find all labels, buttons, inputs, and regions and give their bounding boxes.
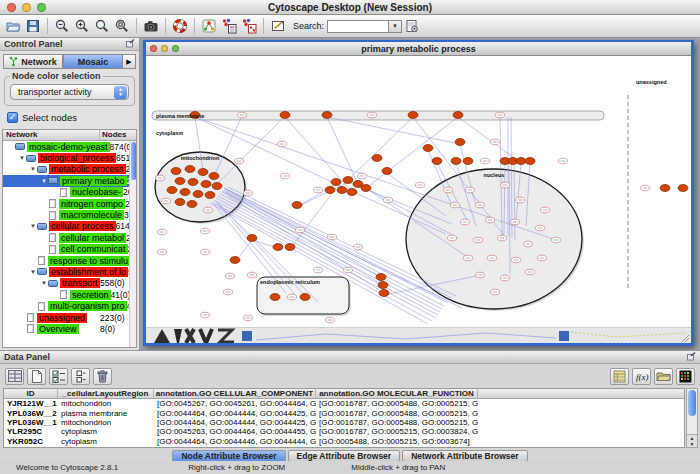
- unselect-attributes-icon[interactable]: [71, 368, 90, 385]
- search-box: ▼: [327, 20, 402, 33]
- zoom-out-icon[interactable]: [52, 17, 72, 36]
- import-attributes-folder-icon[interactable]: [654, 368, 673, 385]
- tree-row-label: mosaic-demo-yeast: [27, 142, 110, 152]
- network-tree: Network Nodes mosaic-demo-yeast874(0)▼bi…: [2, 129, 137, 348]
- tree-row[interactable]: cell communicat22(0): [3, 244, 136, 255]
- search-settings-icon[interactable]: [402, 17, 422, 36]
- help-lifering-icon[interactable]: [170, 17, 190, 36]
- table-scrollbar-arrows[interactable]: ▲▼: [687, 434, 697, 447]
- attribute-editor-icon[interactable]: [610, 368, 629, 385]
- toolbar-separator: [194, 18, 195, 34]
- select-attributes-icon[interactable]: [49, 368, 68, 385]
- svg-text:endoplasmic reticulum: endoplasmic reticulum: [260, 279, 320, 285]
- tree-row[interactable]: secretion41(0): [3, 289, 136, 300]
- table-row[interactable]: YJR121W__1mitochondrion[GO:0045267, GO:0…: [4, 399, 684, 408]
- tree-row[interactable]: ▼transport558(0): [3, 278, 136, 289]
- table-row[interactable]: YPL036W__2plasma membrane[GO:0044464, GO…: [4, 408, 684, 417]
- network-view-titlebar[interactable]: primary metabolic process: [146, 42, 691, 56]
- tab-mosaic-label: Mosaic: [78, 57, 109, 67]
- tree-row[interactable]: Overview8(0): [3, 323, 136, 334]
- tab-network-label: Network: [21, 57, 57, 67]
- tab-mosaic[interactable]: Mosaic: [63, 54, 123, 69]
- control-panel-title: Control Panel: [4, 39, 63, 49]
- zoom-in-icon[interactable]: [72, 17, 92, 36]
- delete-attribute-trash-icon[interactable]: [93, 368, 112, 385]
- open-file-icon[interactable]: [3, 17, 23, 36]
- search-dropdown-arrow[interactable]: ▼: [389, 20, 402, 33]
- annotation-export-icon[interactable]: [239, 17, 259, 36]
- tree-row[interactable]: response to stimulu264(0): [3, 255, 136, 266]
- background-window-strip: [146, 327, 691, 343]
- table-scrollbar[interactable]: ▲▼: [686, 388, 698, 448]
- svg-text:plasma membrane: plasma membrane: [156, 113, 204, 119]
- node-color-dropdown[interactable]: transporter activity ▲▼: [10, 84, 129, 100]
- tree-twisty-icon[interactable]: ▼: [29, 223, 37, 229]
- tree-twisty-icon[interactable]: ▼: [40, 178, 48, 184]
- tree-row[interactable]: multi-organism pro42(0): [3, 300, 136, 311]
- tab-network[interactable]: Network: [3, 54, 63, 69]
- float-panel-icon[interactable]: [126, 39, 135, 50]
- tree-row[interactable]: nucleobase-209(0): [3, 187, 136, 198]
- tree-column-nodes[interactable]: Nodes: [100, 130, 136, 140]
- tree-row[interactable]: ▼metabolic process280(0): [3, 164, 136, 175]
- zoom-fit-icon[interactable]: [112, 17, 132, 36]
- tree-row[interactable]: mosaic-demo-yeast874(0): [3, 141, 136, 152]
- save-session-icon[interactable]: [23, 17, 43, 36]
- tree-row-label: Overview: [37, 324, 79, 334]
- float-panel-icon[interactable]: [687, 352, 696, 363]
- column-go-cellular-component[interactable]: annotation.GO CELLULAR_COMPONENT: [154, 389, 316, 398]
- tree-scrollbar-thumb[interactable]: [131, 142, 136, 180]
- table-row[interactable]: YKR052Ccytoplasm[GO:0044464, GO:0044446,…: [4, 437, 684, 446]
- table-cell: YPL036W__1: [4, 418, 58, 427]
- annotation-import-icon[interactable]: [219, 17, 239, 36]
- tree-row[interactable]: ▼cellular process614(0): [3, 221, 136, 232]
- tree-row[interactable]: unassigned223(0): [3, 312, 136, 323]
- tree-row-label: unassigned: [37, 313, 87, 323]
- tree-row[interactable]: ▼biological_process651(0): [3, 152, 136, 163]
- select-nodes-checkbox[interactable]: ✓: [7, 112, 18, 123]
- attribute-grid-icon[interactable]: [5, 368, 24, 385]
- tree-row[interactable]: ▼establishment of lo558(0): [3, 266, 136, 277]
- svg-text:cytoplasm: cytoplasm: [156, 130, 183, 136]
- table-scrollbar-thumb[interactable]: [688, 390, 696, 416]
- network-graph[interactable]: plasma membranecytoplasmmitochondrionnuc…: [146, 56, 691, 328]
- folder-icon: [15, 143, 25, 150]
- tree-twisty-icon[interactable]: ▼: [18, 155, 26, 161]
- zoom-selected-icon[interactable]: [92, 17, 112, 36]
- tree-row[interactable]: cellular metabol209(0): [3, 232, 136, 243]
- snapshot-camera-icon[interactable]: [141, 17, 161, 36]
- table-row[interactable]: YDR039C__1mitochondrion[GO:0044464, GO:0…: [4, 446, 684, 448]
- status-zoom-hint: Right-click + drag to ZOOM: [188, 463, 285, 472]
- data-panel-toolbar: f(x): [0, 364, 700, 388]
- table-row[interactable]: YLR295Ccytoplasm[GO:0045263, GO:0044464,…: [4, 427, 684, 436]
- column-id[interactable]: ID: [4, 389, 58, 398]
- tree-twisty-icon[interactable]: ▼: [29, 269, 37, 275]
- network-view-window[interactable]: primary metabolic process plasma membran…: [143, 40, 694, 346]
- tree-row-label: nitrogen compo: [59, 199, 125, 209]
- network-leaf-icon: [49, 211, 56, 220]
- matrix-heatmap-icon[interactable]: [676, 368, 695, 385]
- tree-row[interactable]: ▼primary metabo209(...: [3, 175, 136, 186]
- tree-row[interactable]: macromolecule311(0): [3, 209, 136, 220]
- tree-twisty-icon[interactable]: ▼: [40, 280, 48, 286]
- table-cell: YDR039C__1: [4, 446, 58, 448]
- new-attribute-icon[interactable]: [27, 368, 46, 385]
- table-row[interactable]: YPL036W__1mitochondrion[GO:0044464, GO:0…: [4, 418, 684, 427]
- toolbar-separator: [263, 18, 264, 34]
- tab-overflow-arrow[interactable]: ▶: [123, 54, 136, 69]
- tree-scrollbar[interactable]: [129, 141, 136, 347]
- tree-column-network[interactable]: Network: [3, 130, 100, 140]
- toolbar-separator: [136, 18, 137, 34]
- message-console-icon[interactable]: [268, 17, 288, 36]
- column-go-molecular-function[interactable]: annotation.GO MOLECULAR_FUNCTION: [316, 389, 478, 398]
- network-canvas[interactable]: plasma membranecytoplasmmitochondrionnuc…: [146, 56, 691, 343]
- network-manager-icon[interactable]: [199, 17, 219, 36]
- table-cell: YLR295C: [4, 427, 58, 436]
- tree-row[interactable]: nitrogen compo209(0): [3, 198, 136, 209]
- column-cellular-layout-region[interactable]: _cellularLayoutRegion: [58, 389, 154, 398]
- tree-twisty-icon[interactable]: ▼: [29, 166, 37, 172]
- table-cell: mitochondrion: [58, 418, 154, 427]
- table-cell: plasma membrane: [58, 409, 154, 418]
- search-input[interactable]: [327, 20, 389, 33]
- function-builder-icon[interactable]: f(x): [632, 368, 651, 385]
